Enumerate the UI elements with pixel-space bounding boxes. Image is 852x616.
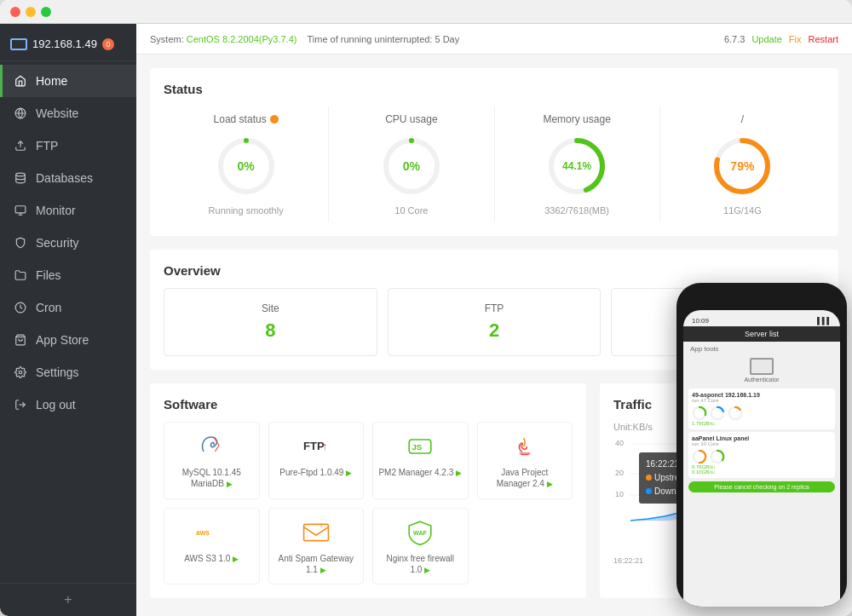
software-waf[interactable]: WAF Nginx free firewall1.0 ▶ xyxy=(372,508,469,585)
svg-point-3 xyxy=(16,173,26,176)
main-content: Status Load status xyxy=(136,55,852,616)
phone-header: Server list xyxy=(683,326,840,342)
cpu-value: 0% xyxy=(403,159,420,173)
phone-check-button[interactable]: Please cancel checking on 2 replica xyxy=(688,481,835,492)
waf-name: Nginx free firewall1.0 ▶ xyxy=(387,553,454,576)
sidebar-item-ftp[interactable]: FTP xyxy=(0,130,136,162)
cpu-donut: 0% xyxy=(377,132,446,200)
phone-notch xyxy=(736,291,787,307)
sidebar-item-label: Files xyxy=(36,268,61,282)
settings-icon xyxy=(14,366,27,379)
phone-server-2[interactable]: aaPanel Linux panel run 30 Core 0.76GB/s… xyxy=(688,432,835,478)
sidebar-item-cron[interactable]: Cron xyxy=(0,291,136,324)
sidebar-item-monitor[interactable]: Monitor xyxy=(0,194,136,227)
sidebar-item-label: Website xyxy=(36,107,78,120)
sidebar-item-label: Databases xyxy=(36,171,93,185)
sidebar-item-settings[interactable]: Settings xyxy=(0,356,136,389)
restart-button[interactable]: Restart xyxy=(809,34,838,44)
svg-text:FTP: FTP xyxy=(303,440,325,452)
sidebar-item-label: FTP xyxy=(36,139,58,153)
sidebar-item-appstore[interactable]: App Store xyxy=(0,324,136,356)
nodejs-icon: JS xyxy=(405,431,435,462)
monitor-icon xyxy=(14,204,27,217)
pm2-name: PM2 Manager 4.2.3 ▶ xyxy=(378,467,462,479)
system-info: System: CentOS 8.2.2004(Py3.7.4) Time of… xyxy=(150,34,459,44)
overview-card-ftp[interactable]: FTP 2 xyxy=(388,288,602,356)
status-card-load: Load status 0% Running smoothly xyxy=(164,107,329,222)
cpu-sub: 10 Core xyxy=(394,205,428,216)
app-body: 192.168.1.49 0 Home Website xyxy=(0,24,852,616)
sidebar-item-databases[interactable]: Databases xyxy=(0,162,136,194)
bottom-row: Software MySQL 10.1.45MariaDB ▶ xyxy=(150,383,838,598)
software-section: Software MySQL 10.1.45MariaDB ▶ xyxy=(150,383,586,598)
fix-button[interactable]: Fix xyxy=(789,34,802,44)
svg-rect-24 xyxy=(303,524,328,540)
svg-text:40: 40 xyxy=(615,439,624,447)
software-ftp[interactable]: FTP↑ Pure-Ftpd 1.0.49 ▶ xyxy=(268,422,365,499)
status-card-cpu: CPU usage 0% 10 Core xyxy=(329,107,494,222)
software-title: Software xyxy=(164,397,573,412)
software-pm2[interactable]: JS PM2 Manager 4.2.3 ▶ xyxy=(372,422,469,499)
aws-name: AWS S3 1.0 ▶ xyxy=(184,553,239,565)
globe-icon xyxy=(14,107,27,120)
java-name: Java ProjectManager 2.4 ▶ xyxy=(497,467,553,490)
home-icon xyxy=(14,74,27,88)
overview-title: Overview xyxy=(164,263,825,278)
mysql-name: MySQL 10.1.45MariaDB ▶ xyxy=(182,467,241,490)
svg-point-9 xyxy=(19,371,22,374)
maximize-button[interactable] xyxy=(41,7,51,17)
sidebar-item-logout[interactable]: Log out xyxy=(0,389,136,421)
warn-icon xyxy=(270,115,279,124)
server-address: 192.168.1.49 xyxy=(32,37,97,50)
update-button[interactable]: Update xyxy=(751,34,781,44)
software-antispam[interactable]: ! Anti Spam Gateway1.1 ▶ xyxy=(268,508,365,585)
ftp-name: Pure-Ftpd 1.0.49 ▶ xyxy=(279,467,352,479)
close-button[interactable] xyxy=(10,7,20,17)
sidebar-item-label: App Store xyxy=(36,333,89,347)
database-icon xyxy=(14,171,27,185)
svg-text:10: 10 xyxy=(615,490,624,498)
mysql-icon xyxy=(196,431,227,462)
monitor-icon xyxy=(10,38,27,50)
overview-card-site[interactable]: Site 8 xyxy=(164,288,377,356)
software-mysql[interactable]: MySQL 10.1.45MariaDB ▶ xyxy=(164,422,260,499)
load-donut: 0% xyxy=(212,132,280,200)
shield-icon xyxy=(14,236,27,250)
software-aws[interactable]: aws AWS S3 1.0 ▶ xyxy=(164,508,260,585)
memory-donut: 44.1% xyxy=(543,132,611,200)
phone-server-1[interactable]: 49-asponct 192.168.1.19 run 47 Core 1.79… xyxy=(688,389,835,429)
svg-text:JS: JS xyxy=(412,442,423,452)
aws-icon: aws xyxy=(196,517,227,548)
traffic-section: Traffic Unit:KB/s 40 20 10 xyxy=(600,383,838,598)
add-server-button[interactable]: + xyxy=(0,583,136,616)
svg-rect-4 xyxy=(15,206,26,213)
sidebar-item-website[interactable]: Website xyxy=(0,97,136,130)
ftp-soft-icon: FTP↑ xyxy=(301,431,331,462)
status-title: Status xyxy=(164,82,825,96)
sidebar-server[interactable]: 192.168.1.49 0 xyxy=(0,31,136,61)
server-badge: 0 xyxy=(102,38,114,50)
main-window: 192.168.1.49 0 Home Website xyxy=(0,0,852,616)
load-value: 0% xyxy=(238,159,255,173)
mail-icon: ! xyxy=(301,517,331,548)
load-sub: Running smoothly xyxy=(209,205,284,216)
top-bar-actions: 6.7.3 Update Fix Restart xyxy=(724,34,838,44)
memory-sub: 3362/7618(MB) xyxy=(544,205,609,216)
phone-apps-label: App tools xyxy=(688,342,835,354)
overview-site-value: 8 xyxy=(178,320,363,342)
logout-icon xyxy=(14,398,27,412)
software-java[interactable]: Java ProjectManager 2.4 ▶ xyxy=(477,422,573,499)
phone-icon-row: Authenticator xyxy=(688,354,835,386)
title-bar xyxy=(0,0,852,24)
svg-text:20: 20 xyxy=(615,469,624,477)
minimize-button[interactable] xyxy=(26,7,36,17)
svg-text:!: ! xyxy=(320,521,323,530)
sidebar-item-label: Cron xyxy=(36,301,61,314)
sidebar-item-security[interactable]: Security xyxy=(0,227,136,259)
java-icon xyxy=(509,431,540,462)
sidebar-item-files[interactable]: Files xyxy=(0,259,136,291)
phone-statusbar: 10:09 ▌▌▌ xyxy=(688,315,835,326)
sidebar-item-label: Security xyxy=(36,236,79,250)
status-card-disk: / 79% 11G/14G xyxy=(660,107,825,222)
sidebar-item-home[interactable]: Home xyxy=(0,65,136,97)
